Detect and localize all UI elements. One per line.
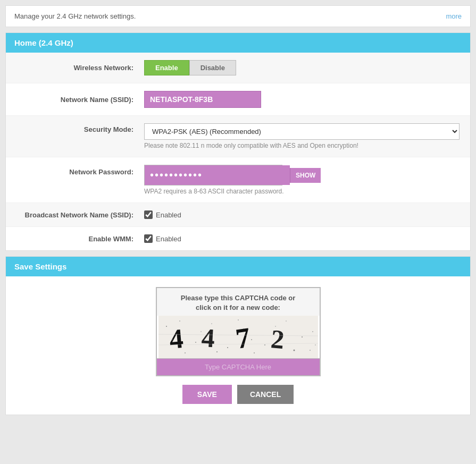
svg-point-13 — [216, 351, 218, 352]
broadcast-ssid-checkbox[interactable] — [144, 210, 153, 219]
svg-point-17 — [293, 350, 295, 351]
disable-button[interactable]: Disable — [189, 60, 236, 75]
captcha-image[interactable]: 4 4 7 2 — [157, 316, 320, 358]
captcha-svg: 4 4 7 2 — [157, 316, 320, 358]
captcha-instruction-line1: Please type this CAPTCHA code or — [181, 294, 296, 302]
save-settings-header: Save Settings — [6, 257, 470, 276]
page-description: Manage your 2.4 GHz network settings. — [14, 12, 136, 20]
wireless-network-label: Wireless Network: — [16, 64, 144, 72]
enable-wmm-label: Enable WMM: — [16, 235, 144, 243]
svg-point-10 — [310, 350, 311, 351]
wireless-network-control: Enable Disable — [144, 60, 460, 75]
password-note: WPA2 requires a 8-63 ASCII character pas… — [144, 188, 460, 195]
svg-text:2: 2 — [270, 324, 286, 355]
captcha-input[interactable] — [157, 358, 320, 375]
enable-wmm-checkbox-label[interactable]: Enabled — [144, 234, 460, 243]
svg-point-11 — [185, 352, 186, 353]
more-link[interactable]: more — [446, 12, 462, 20]
broadcast-ssid-row: Broadcast Network Name (SSID): Enabled — [6, 203, 470, 227]
enable-wmm-checkbox[interactable] — [144, 234, 153, 243]
svg-point-26 — [251, 339, 252, 340]
security-mode-control: WPA2-PSK (AES) (Recommended) WPA-PSK (TK… — [144, 123, 460, 149]
svg-point-3 — [195, 342, 196, 343]
network-password-label: Network Password: — [16, 165, 144, 176]
password-input[interactable] — [145, 165, 290, 185]
top-bar: Manage your 2.4 GHz network settings. mo… — [5, 5, 471, 27]
svg-point-14 — [238, 319, 239, 320]
security-mode-note: Please note 802.11 n mode only compatibl… — [144, 142, 460, 149]
broadcast-ssid-control: Enabled — [144, 210, 460, 219]
broadcast-ssid-label: Broadcast Network Name (SSID): — [16, 211, 144, 219]
save-button[interactable]: SAVE — [182, 385, 232, 404]
wireless-toggle-group: Enable Disable — [144, 60, 460, 75]
show-password-button[interactable]: SHOW — [290, 168, 321, 183]
captcha-container: Please type this CAPTCHA code or click o… — [6, 276, 470, 415]
svg-point-5 — [227, 347, 228, 348]
network-password-control: SHOW WPA2 requires a 8-63 ASCII characte… — [144, 165, 460, 195]
enable-wmm-row: Enable WMM: Enabled — [6, 227, 470, 250]
captcha-instruction: Please type this CAPTCHA code or click o… — [157, 288, 320, 316]
svg-point-25 — [171, 339, 172, 340]
security-mode-row: Security Mode: WPA2-PSK (AES) (Recommend… — [6, 116, 470, 157]
captcha-instruction-line2: click on it for a new code: — [196, 303, 280, 311]
main-section-body: Wireless Network: Enable Disable Network… — [6, 53, 470, 250]
password-wrapper: SHOW — [144, 165, 282, 185]
broadcast-ssid-enabled-text: Enabled — [156, 211, 181, 219]
svg-point-2 — [179, 320, 180, 322]
captcha-box: Please type this CAPTCHA code or click o… — [156, 287, 321, 376]
enable-wmm-enabled-text: Enabled — [156, 235, 181, 243]
svg-point-8 — [286, 320, 287, 322]
network-password-row: Network Password: SHOW WPA2 requires a 8… — [6, 157, 470, 203]
network-name-control — [144, 91, 460, 108]
wireless-network-row: Wireless Network: Enable Disable — [6, 53, 470, 83]
broadcast-ssid-checkbox-label[interactable]: Enabled — [144, 210, 460, 219]
security-mode-select[interactable]: WPA2-PSK (AES) (Recommended) WPA-PSK (TK… — [144, 123, 460, 140]
svg-text:4: 4 — [168, 323, 184, 355]
svg-point-18 — [312, 331, 313, 332]
svg-point-9 — [302, 336, 303, 338]
save-settings-card: Save Settings Please type this CAPTCHA c… — [5, 256, 471, 415]
ssid-input[interactable] — [144, 91, 261, 108]
main-section-header: Home (2.4 GHz) — [6, 33, 470, 53]
svg-point-27 — [315, 344, 316, 345]
svg-point-1 — [166, 326, 167, 327]
network-name-row: Network Name (SSID): — [6, 83, 470, 116]
svg-text:4: 4 — [201, 323, 215, 353]
main-settings-card: Home (2.4 GHz) Wireless Network: Enable … — [5, 32, 471, 251]
svg-point-7 — [264, 344, 265, 345]
svg-point-15 — [254, 352, 255, 353]
network-name-label: Network Name (SSID): — [16, 96, 144, 104]
action-buttons: SAVE CANCEL — [182, 385, 294, 404]
save-settings-body: Please type this CAPTCHA code or click o… — [6, 276, 470, 415]
enable-wmm-control: Enabled — [144, 234, 460, 243]
security-mode-label: Security Mode: — [16, 123, 144, 133]
enable-button[interactable]: Enable — [144, 60, 189, 75]
cancel-button[interactable]: CANCEL — [237, 385, 294, 404]
